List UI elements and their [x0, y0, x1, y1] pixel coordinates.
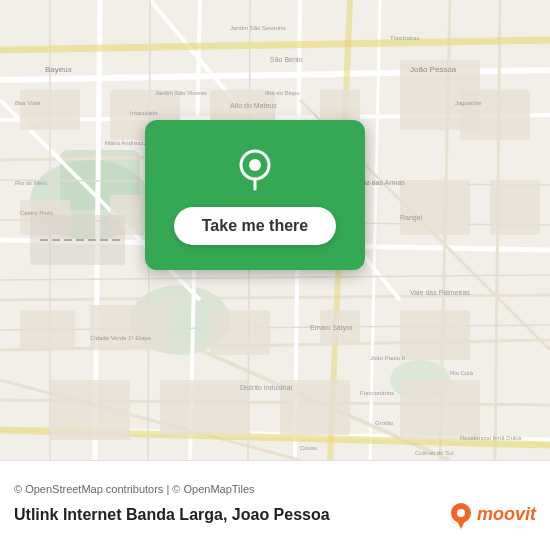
svg-text:João Pessoa: João Pessoa	[410, 65, 457, 74]
svg-text:Jardim São Vicente: Jardim São Vicente	[155, 90, 208, 96]
svg-rect-49	[400, 310, 470, 360]
svg-text:Ernani Sátyro: Ernani Sátyro	[310, 324, 353, 332]
svg-rect-45	[20, 310, 75, 350]
take-me-there-button[interactable]: Take me there	[174, 207, 336, 245]
svg-text:Distrito Industrial: Distrito Industrial	[240, 384, 293, 391]
map-attribution: © OpenStreetMap contributors | © OpenMap…	[14, 483, 536, 495]
app: Bayeux Boa Vista Rio do Meio João Pessoa…	[0, 0, 550, 550]
svg-text:Colinas do Sul: Colinas do Sul	[415, 450, 454, 456]
svg-text:Rangel: Rangel	[400, 214, 423, 222]
svg-text:Residencial Irmã Dulce: Residencial Irmã Dulce	[460, 435, 522, 441]
pin-icon	[231, 145, 279, 193]
svg-rect-50	[50, 380, 130, 440]
svg-rect-46	[90, 305, 170, 350]
place-name-row: Utlink Internet Banda Larga, Joao Pessoa…	[14, 501, 536, 529]
svg-point-88	[457, 509, 465, 517]
svg-text:Trincheiras: Trincheiras	[390, 35, 419, 41]
svg-rect-51	[160, 380, 250, 435]
svg-text:Jardim São Severino: Jardim São Severino	[230, 25, 286, 31]
svg-text:Grotão: Grotão	[375, 420, 394, 426]
info-bar: © OpenStreetMap contributors | © OpenMap…	[0, 460, 550, 550]
moovit-pin-icon	[449, 501, 473, 529]
svg-text:Imaculada: Imaculada	[130, 110, 158, 116]
svg-text:Cidade Verde 1ª Etapa: Cidade Verde 1ª Etapa	[90, 335, 152, 341]
svg-rect-43	[400, 180, 470, 235]
svg-rect-39	[460, 90, 530, 140]
svg-rect-53	[400, 380, 480, 440]
svg-marker-89	[457, 521, 465, 529]
svg-text:Jaguaribe: Jaguaribe	[455, 100, 482, 106]
svg-text:Covas: Covas	[300, 445, 317, 451]
svg-text:Vale das Palmeiras: Vale das Palmeiras	[410, 289, 470, 296]
svg-text:Ilha do Bispo: Ilha do Bispo	[265, 90, 300, 96]
svg-text:Rio Cuiá: Rio Cuiá	[450, 370, 474, 376]
moovit-brand-text: moovit	[477, 504, 536, 525]
place-name: Utlink Internet Banda Larga, Joao Pessoa	[14, 506, 330, 524]
svg-text:João Paulo II: João Paulo II	[370, 355, 405, 361]
svg-rect-47	[210, 310, 270, 355]
svg-rect-34	[20, 90, 80, 130]
svg-text:Rio do Meio: Rio do Meio	[15, 180, 48, 186]
svg-text:Bayeux: Bayeux	[45, 65, 72, 74]
svg-text:São Bento: São Bento	[270, 56, 303, 63]
svg-point-85	[249, 159, 261, 171]
svg-text:Boa Vista: Boa Vista	[15, 100, 41, 106]
svg-text:Mário Andreazza: Mário Andreazza	[105, 140, 151, 146]
svg-rect-44	[490, 180, 540, 235]
map-container: Bayeux Boa Vista Rio do Meio João Pessoa…	[0, 0, 550, 460]
svg-text:Funcionários: Funcionários	[360, 390, 394, 396]
svg-text:Alto do Mateus: Alto do Mateus	[230, 102, 277, 109]
moovit-logo: moovit	[449, 501, 536, 529]
location-card: Take me there	[145, 120, 365, 270]
